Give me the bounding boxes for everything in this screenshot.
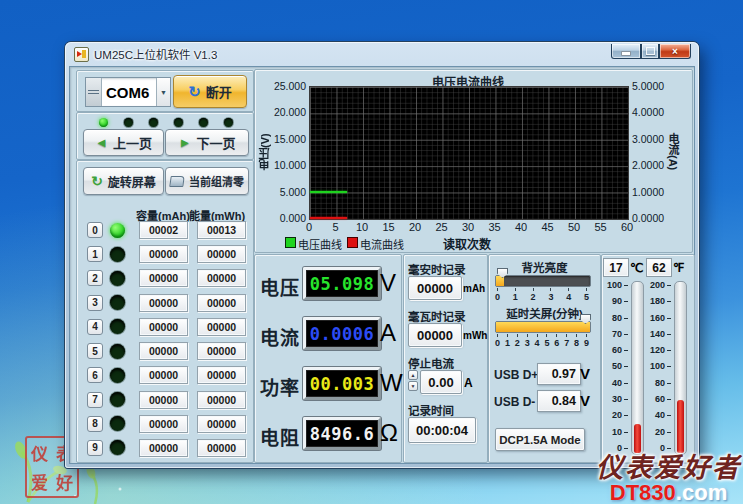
fahrenheit-mercury <box>677 400 684 453</box>
backlight-slider[interactable] <box>495 275 591 287</box>
thermo-tick-mark <box>667 318 671 319</box>
voltage-unit: V <box>380 269 396 297</box>
client-area: COM6 ▼ ↻ 断开 ◄ 上一页 ► 下一页 ↻ 旋转屏幕 <box>69 66 695 464</box>
row-index-button[interactable]: 7 <box>87 392 103 408</box>
row-index-button[interactable]: 2 <box>87 270 103 286</box>
seal-char: 爱 <box>27 467 52 496</box>
energy-value: 00000 <box>197 318 246 336</box>
thermo-tick: 80 <box>645 379 671 388</box>
stop-current-value[interactable]: 0.00 <box>420 370 462 394</box>
capacity-value: 00002 <box>139 221 188 239</box>
page-led <box>124 118 133 127</box>
table-row: 10000000000 <box>77 245 253 263</box>
thermo-tick: 120 <box>645 346 671 355</box>
rotate-icon: ↻ <box>91 173 103 189</box>
row-index-button[interactable]: 3 <box>87 295 103 311</box>
prev-page-button[interactable]: ◄ 上一页 <box>83 129 164 156</box>
power-display: 00.003 <box>303 367 381 400</box>
combobox-dropdown-button[interactable]: ▼ <box>156 78 170 106</box>
row-index-button[interactable]: 8 <box>87 416 103 432</box>
rotate-screen-button[interactable]: ↻ 旋转屏幕 <box>83 167 164 195</box>
refresh-icon: ↻ <box>188 83 201 101</box>
table-row: 60000000000 <box>77 366 253 384</box>
charge-mode-display: DCP1.5A Mode <box>495 428 585 451</box>
row-index-button[interactable]: 9 <box>87 440 103 456</box>
stop-current-stepper: ▲ ▼ <box>408 370 418 392</box>
thermo-tick-value: 40 <box>655 411 665 420</box>
current-display: 0.0006 <box>303 317 381 350</box>
thermo-tick-mark <box>667 415 671 416</box>
screen-off-tick: 2 <box>515 334 520 348</box>
row-index-button[interactable]: 6 <box>87 367 103 383</box>
row-index-button[interactable]: 4 <box>87 319 103 335</box>
mwh-unit: mWh <box>463 330 487 341</box>
voltage-label: 电压 <box>260 273 300 300</box>
minimize-icon <box>621 51 631 56</box>
screen-off-tick: 6 <box>554 334 559 348</box>
thermo-tick-mark <box>624 301 628 302</box>
table-row: 70000000000 <box>77 391 253 409</box>
disconnect-button[interactable]: ↻ 断开 <box>173 75 247 108</box>
x-tick: 55 <box>589 221 613 233</box>
row-index-button[interactable]: 5 <box>87 343 103 359</box>
usb-dminus-label: USB D- <box>494 395 535 409</box>
x-tick: 60 <box>615 221 639 233</box>
energy-value: 00000 <box>197 342 246 360</box>
x-ticks: 051015202530354045505560 <box>297 221 639 233</box>
table-row: 30000000000 <box>77 294 253 312</box>
screen-off-tick: 1 <box>505 334 510 348</box>
screen-off-tick: 7 <box>564 334 569 348</box>
y-tick-right: 1.0000 <box>632 186 664 198</box>
capacity-value: 00000 <box>139 391 188 409</box>
stepper-up-button[interactable]: ▲ <box>408 370 418 380</box>
thermo-tick-mark <box>667 432 671 433</box>
backlight-tick: 0 <box>495 288 500 302</box>
group-rows: 0000020001310000000000200000000003000000… <box>77 221 253 457</box>
row-index-button[interactable]: 0 <box>87 222 103 238</box>
thermo-tick-value: 120 <box>650 346 665 355</box>
page-nav-group: ◄ 上一页 ► 下一页 <box>76 112 254 160</box>
celsius-unit: ℃ <box>630 261 643 275</box>
current-label: 电流 <box>260 323 300 350</box>
left-arrow-icon: ◄ <box>95 135 108 150</box>
y-axis-label-right: 电流(A) <box>666 120 680 184</box>
thermo-tick-mark <box>624 285 628 286</box>
window-title: UM25C上位机软件 V1.3 <box>94 46 217 62</box>
clear-group-button[interactable]: 当前组清零 <box>165 167 249 195</box>
minimize-button[interactable] <box>611 44 641 59</box>
maximize-button[interactable] <box>641 44 659 59</box>
thermo-tick: 90 <box>602 297 628 306</box>
capacity-value: 00000 <box>139 294 188 312</box>
energy-value: 00000 <box>197 439 246 457</box>
com-port-combobox[interactable]: COM6 ▼ <box>85 77 171 107</box>
screen-off-tick: 8 <box>574 334 579 348</box>
series-line-left <box>310 191 347 193</box>
thermo-tick: 180 <box>645 297 671 306</box>
table-row: 90000000000 <box>77 439 253 457</box>
voltage-legend-swatch <box>285 237 296 248</box>
fahrenheit-display: 62 <box>646 258 672 277</box>
x-tick: 45 <box>536 221 560 233</box>
thermo-tick: 160 <box>645 314 671 323</box>
com-port-value: COM6 <box>102 78 156 106</box>
title-bar[interactable]: UM25C上位机软件 V1.3 <box>65 42 699 66</box>
power-unit: W <box>380 369 403 397</box>
stepper-down-button[interactable]: ▼ <box>408 381 418 391</box>
thermo-tick-value: 90 <box>612 297 622 306</box>
y-tick-left: 25.000 <box>274 80 306 92</box>
x-tick: 10 <box>350 221 374 233</box>
x-tick: 20 <box>403 221 427 233</box>
energy-value: 00000 <box>197 391 246 409</box>
row-index-button[interactable]: 1 <box>87 246 103 262</box>
screen-off-slider[interactable] <box>495 321 591 333</box>
thermo-tick-value: 60 <box>655 395 665 404</box>
next-page-button[interactable]: ► 下一页 <box>165 129 249 156</box>
caption-buttons: × <box>611 44 691 59</box>
y-tick-left: 10.000 <box>274 159 306 171</box>
seal-char: 好 <box>52 467 77 496</box>
capacity-value: 00000 <box>139 439 188 457</box>
x-tick: 35 <box>483 221 507 233</box>
backlight-tick: 2 <box>531 288 536 302</box>
row-led <box>110 344 125 359</box>
close-button[interactable]: × <box>659 44 691 59</box>
